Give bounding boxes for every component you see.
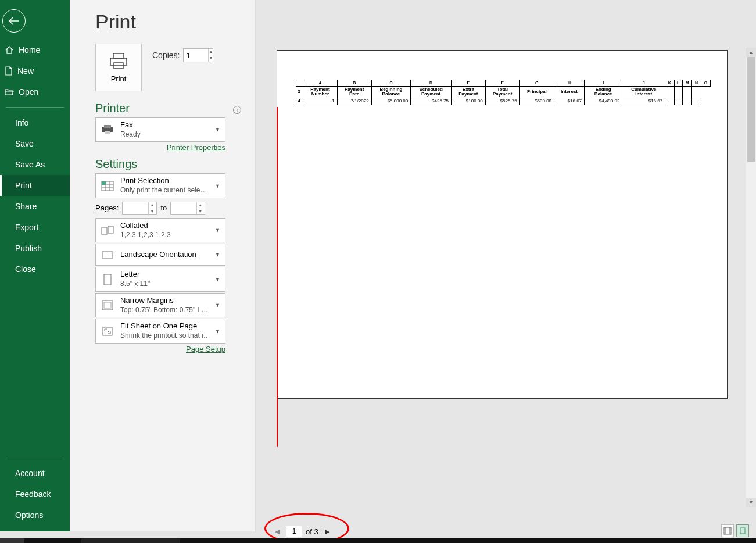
pages-to-spinner[interactable]: ▲▼ bbox=[196, 202, 203, 215]
nav-info[interactable]: Info bbox=[0, 112, 70, 133]
orientation-line1: Landscape Orientation bbox=[120, 250, 210, 260]
open-icon bbox=[5, 88, 14, 96]
grid-selection-icon bbox=[99, 178, 116, 194]
chevron-down-icon: ▼ bbox=[215, 183, 221, 189]
chevron-down-icon: ▼ bbox=[215, 127, 221, 133]
svg-rect-11 bbox=[102, 181, 106, 185]
svg-rect-13 bbox=[108, 226, 113, 233]
chevron-down-icon: ▼ bbox=[215, 252, 221, 258]
preview-spreadsheet-table: ABCDEFGHIJKLMNO 3PaymentNumberPaymentDat… bbox=[296, 80, 711, 105]
nav-label: Print bbox=[15, 181, 32, 190]
printer-status: Ready bbox=[120, 130, 210, 140]
page-setup-link[interactable]: Page Setup bbox=[95, 345, 225, 353]
printer-device-icon bbox=[99, 122, 116, 138]
nav-account[interactable]: Account bbox=[0, 463, 70, 484]
nav-label: Open bbox=[19, 87, 38, 97]
nav-label: Publish bbox=[15, 244, 42, 253]
svg-rect-4 bbox=[104, 125, 111, 128]
preview-vertical-scrollbar[interactable]: ▲ ▼ bbox=[746, 48, 756, 507]
current-page-input[interactable] bbox=[286, 526, 302, 537]
nav-print[interactable]: Print bbox=[0, 175, 70, 196]
pages-from-spinner[interactable]: ▲▼ bbox=[148, 202, 155, 215]
pages-to-input[interactable] bbox=[171, 202, 196, 214]
paper-size-dropdown[interactable]: Letter 8.5" x 11" ▼ bbox=[95, 267, 225, 291]
windows-taskbar[interactable] bbox=[0, 538, 756, 543]
copies-spinner[interactable]: ▲▼ bbox=[208, 49, 213, 62]
nav-label: Feedback bbox=[15, 490, 51, 499]
svg-rect-0 bbox=[113, 53, 124, 58]
preview-page: ABCDEFGHIJKLMNO 3PaymentNumberPaymentDat… bbox=[277, 50, 728, 399]
paper-icon bbox=[99, 272, 116, 288]
scroll-up-button[interactable]: ▲ bbox=[746, 48, 756, 57]
print-what-line1: Print Selection bbox=[120, 176, 210, 186]
back-arrow-icon bbox=[9, 17, 19, 25]
nav-save[interactable]: Save bbox=[0, 133, 70, 154]
chevron-down-icon: ▼ bbox=[215, 302, 221, 308]
print-preview-area: ABCDEFGHIJKLMNO 3PaymentNumberPaymentDat… bbox=[256, 0, 756, 531]
print-what-dropdown[interactable]: Print Selection Only print the current s… bbox=[95, 173, 225, 198]
svg-rect-17 bbox=[104, 302, 111, 308]
svg-rect-2 bbox=[114, 63, 123, 69]
svg-rect-5 bbox=[105, 131, 110, 134]
print-button-label: Print bbox=[111, 74, 127, 83]
scaling-line1: Fit Sheet on One Page bbox=[120, 321, 210, 331]
printer-name: Fax bbox=[120, 120, 210, 130]
printer-info-icon[interactable]: i bbox=[233, 106, 241, 114]
nav-label: Close bbox=[15, 265, 36, 274]
collation-dropdown[interactable]: Collated 1,2,3 1,2,3 1,2,3 ▼ bbox=[95, 218, 225, 242]
nav-options[interactable]: Options bbox=[0, 505, 70, 526]
orientation-dropdown[interactable]: Landscape Orientation ▼ bbox=[95, 244, 225, 266]
home-icon bbox=[5, 45, 14, 55]
printer-icon bbox=[108, 52, 129, 70]
prev-page-button[interactable]: ◀ bbox=[272, 526, 282, 537]
nav-share[interactable]: Share bbox=[0, 196, 70, 217]
paper-line2: 8.5" x 11" bbox=[120, 280, 210, 289]
printer-section-title: Printer bbox=[95, 102, 130, 115]
scaling-line2: Shrink the printout so that it... bbox=[120, 331, 210, 341]
copies-input[interactable] bbox=[186, 49, 208, 62]
next-page-button[interactable]: ▶ bbox=[322, 526, 332, 537]
chevron-down-icon: ▼ bbox=[215, 328, 221, 334]
nav-label: Options bbox=[15, 510, 43, 520]
page-total-label: of 3 bbox=[306, 527, 318, 536]
nav-home[interactable]: Home bbox=[0, 40, 70, 60]
scroll-down-button[interactable]: ▼ bbox=[746, 498, 756, 507]
zoom-controls bbox=[721, 524, 749, 537]
nav-open[interactable]: Open bbox=[0, 81, 70, 102]
svg-rect-14 bbox=[102, 252, 113, 258]
nav-label: Home bbox=[19, 45, 40, 55]
print-button[interactable]: Print bbox=[95, 44, 142, 91]
svg-rect-18 bbox=[103, 327, 112, 335]
nav-close[interactable]: Close bbox=[0, 259, 70, 280]
scaling-dropdown[interactable]: Fit Sheet on One Page Shrink the printou… bbox=[95, 319, 225, 343]
printer-dropdown[interactable]: Fax Ready ▼ bbox=[95, 117, 225, 142]
nav-label: Share bbox=[15, 202, 37, 211]
nav-label: New bbox=[17, 66, 34, 76]
nav-label: Save As bbox=[15, 160, 45, 169]
svg-rect-15 bbox=[104, 274, 111, 285]
zoom-to-page-button[interactable] bbox=[736, 524, 749, 537]
scroll-thumb[interactable] bbox=[747, 57, 755, 162]
nav-label: Export bbox=[15, 223, 38, 232]
margins-icon bbox=[99, 297, 116, 313]
back-button[interactable] bbox=[2, 9, 26, 33]
svg-rect-12 bbox=[102, 227, 107, 234]
fit-page-icon bbox=[99, 323, 116, 340]
pages-from-input[interactable] bbox=[123, 202, 148, 214]
new-icon bbox=[5, 66, 13, 76]
printer-properties-link[interactable]: Printer Properties bbox=[95, 143, 225, 152]
nav-new[interactable]: New bbox=[0, 60, 70, 81]
nav-publish[interactable]: Publish bbox=[0, 238, 70, 259]
backstage-sidebar: Home New Open Info Save Save As Print Sh… bbox=[0, 0, 70, 531]
margins-dropdown[interactable]: Narrow Margins Top: 0.75" Bottom: 0.75" … bbox=[95, 293, 225, 317]
show-margins-button[interactable] bbox=[721, 524, 734, 537]
collation-line2: 1,2,3 1,2,3 1,2,3 bbox=[120, 231, 210, 240]
nav-saveas[interactable]: Save As bbox=[0, 154, 70, 175]
svg-rect-22 bbox=[740, 528, 745, 534]
margins-line2: Top: 0.75" Bottom: 0.75" Lef... bbox=[120, 306, 210, 315]
copies-label: Copies: bbox=[152, 51, 180, 60]
nav-label: Account bbox=[15, 469, 45, 478]
nav-feedback[interactable]: Feedback bbox=[0, 484, 70, 505]
collation-line1: Collated bbox=[120, 221, 210, 231]
nav-export[interactable]: Export bbox=[0, 217, 70, 238]
